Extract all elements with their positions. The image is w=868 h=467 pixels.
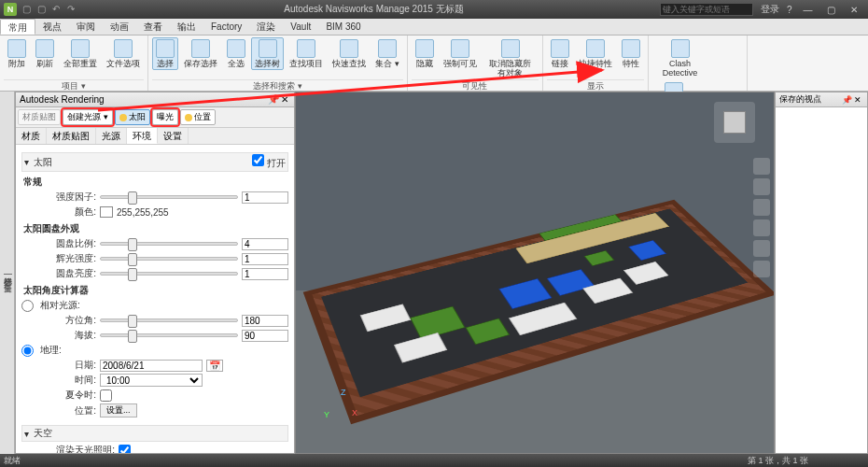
ribbon-button[interactable]: 文件选项 (103, 37, 144, 70)
date-input[interactable] (100, 360, 203, 372)
panel-tab[interactable]: 设置 (158, 128, 189, 144)
status-bar: 就绪 第 1 张，共 1 张 (0, 454, 868, 467)
steering-wheel-icon[interactable] (753, 158, 770, 175)
relative-light-label: 相对光源: (40, 299, 80, 312)
saved-viewpoints-list[interactable] (776, 107, 867, 453)
ribbon-icon (501, 39, 520, 58)
ribbon-icon (671, 39, 690, 58)
right-panel-pin-icon[interactable]: 📌 (842, 95, 852, 105)
collapsed-left-dock[interactable]: 选择树 | 集合 (0, 92, 15, 454)
pan-icon[interactable] (753, 178, 770, 195)
azimuth-slider[interactable] (100, 318, 238, 322)
brightness-slider[interactable] (100, 272, 238, 276)
login-link[interactable]: 登录 (761, 3, 779, 16)
view-cube[interactable] (714, 102, 755, 143)
walk-icon[interactable] (753, 261, 770, 277)
ribbon-button[interactable]: 保存选择 (180, 37, 221, 70)
right-panel-titlebar[interactable]: 保存的视点 📌 ✕ (776, 92, 867, 107)
ribbon-button[interactable]: 强制可见 (440, 37, 481, 70)
brightness-value[interactable] (242, 268, 288, 280)
disk-scale-slider[interactable] (100, 242, 238, 246)
dst-checkbox[interactable] (100, 389, 112, 402)
panel-toolbar-button[interactable]: 位置 (180, 109, 216, 125)
collapse-icon[interactable]: ▾ (24, 157, 34, 167)
qat-undo-icon[interactable]: ↶ (52, 4, 63, 15)
ribbon-button[interactable]: 链接 (547, 37, 573, 70)
location-set-button[interactable]: 设置... (100, 403, 137, 417)
panel-close-icon[interactable]: ✕ (279, 94, 290, 105)
ribbon-button[interactable]: 特性 (618, 37, 644, 70)
ribbon-button[interactable]: 选择 (152, 37, 178, 70)
ribbon-button[interactable]: 集合 ▾ (371, 37, 403, 70)
maximize-button[interactable]: ▢ (820, 5, 841, 15)
ribbon-tab[interactable]: 视点 (35, 19, 69, 35)
panel-toolbar-button[interactable]: 太阳 (115, 109, 150, 125)
ribbon-tab[interactable]: Vault (283, 19, 318, 35)
ribbon-button[interactable]: 刷新 (32, 37, 58, 70)
3d-viewport[interactable]: Z Y X (295, 92, 775, 454)
qat-save-icon[interactable]: ▢ (37, 4, 49, 15)
ribbon-tab[interactable]: 常用 (0, 19, 35, 35)
time-select[interactable]: 10:00 (100, 374, 203, 387)
disk-scale-value[interactable] (242, 238, 288, 250)
intensity-slider[interactable] (100, 195, 238, 199)
ribbon-tab[interactable]: 输出 (170, 19, 203, 35)
altitude-value[interactable] (242, 330, 288, 342)
ribbon-button[interactable]: 查找项目 (286, 37, 327, 70)
zoom-icon[interactable] (753, 199, 770, 216)
ribbon-tab[interactable]: 查看 (136, 19, 170, 35)
help-search-input[interactable] (660, 3, 753, 16)
orbit-icon[interactable] (753, 219, 770, 236)
axis-gizmo: Z Y X (324, 388, 361, 425)
ribbon-button[interactable]: 全部重置 (60, 37, 101, 70)
quick-access-toolbar[interactable]: ▢ ▢ ↶ ↷ (22, 4, 78, 15)
glow-slider[interactable] (100, 257, 238, 261)
section-sky[interactable]: ▾ 天空 (21, 425, 288, 442)
look-icon[interactable] (753, 240, 770, 257)
close-button[interactable]: ✕ (844, 5, 864, 15)
collapse-icon[interactable]: ▾ (24, 429, 34, 439)
right-panel-close-icon[interactable]: ✕ (852, 95, 863, 105)
panel-toolbar-button[interactable]: 曝光 (152, 109, 178, 125)
panel-tab[interactable]: 材质贴图 (47, 128, 96, 144)
title-bar: N ▢ ▢ ↶ ↷ Autodesk Navisworks Manage 201… (0, 0, 868, 19)
azimuth-value[interactable] (242, 315, 288, 327)
color-swatch[interactable] (100, 206, 113, 218)
qat-redo-icon[interactable]: ↷ (67, 4, 78, 15)
ribbon-button[interactable]: 快捷特性 (575, 37, 616, 70)
altitude-slider[interactable] (100, 333, 238, 337)
panel-tab[interactable]: 环境 (127, 128, 158, 144)
ribbon-button[interactable]: 取消隐藏所有对象 (483, 37, 539, 79)
ribbon-button-label: 链接 (552, 59, 568, 68)
section-sun[interactable]: ▾ 太阳 打开 (21, 152, 288, 172)
ribbon-button[interactable]: 选择树 (251, 37, 284, 70)
panel-pin-icon[interactable]: 📌 (268, 94, 279, 105)
qat-open-icon[interactable]: ▢ (22, 4, 34, 15)
ribbon-button[interactable]: 全选 (223, 37, 249, 70)
ribbon-button[interactable]: 隐藏 (412, 37, 438, 70)
help-icon[interactable]: ? (787, 5, 792, 15)
glow-value[interactable] (242, 253, 288, 265)
ribbon-tab[interactable]: BIM 360 (318, 19, 368, 35)
ribbon-tab[interactable]: 渲染 (249, 19, 283, 35)
ribbon-tab[interactable]: 动画 (103, 19, 136, 35)
panel-toolbar-button[interactable]: 创建光源 ▾ (63, 109, 113, 125)
calendar-icon[interactable]: 📅 (206, 360, 223, 372)
ribbon-tab[interactable]: Factory (203, 19, 249, 35)
relative-light-radio[interactable] (21, 300, 34, 312)
navigation-bar (753, 158, 770, 277)
panel-titlebar[interactable]: Autodesk Rendering 📌 ✕ (16, 92, 294, 107)
minimize-button[interactable]: — (797, 5, 818, 15)
skylight-checkbox[interactable] (119, 445, 131, 454)
geographic-radio[interactable] (21, 345, 34, 357)
ribbon-button[interactable]: Clash Detective (652, 37, 708, 79)
ribbon-tab[interactable]: 审阅 (69, 19, 103, 35)
panel-tab[interactable]: 光源 (96, 128, 127, 144)
panel-tab[interactable]: 材质 (16, 128, 47, 144)
ribbon-button[interactable]: 附加 (4, 37, 30, 70)
ribbon-button[interactable]: 快速查找 (329, 37, 370, 70)
intensity-value[interactable] (242, 191, 288, 204)
ribbon-group: 链接快捷特性特性显示 (543, 35, 649, 91)
sun-enable-checkbox[interactable]: 打开 (252, 154, 286, 170)
light-icon (185, 114, 192, 121)
